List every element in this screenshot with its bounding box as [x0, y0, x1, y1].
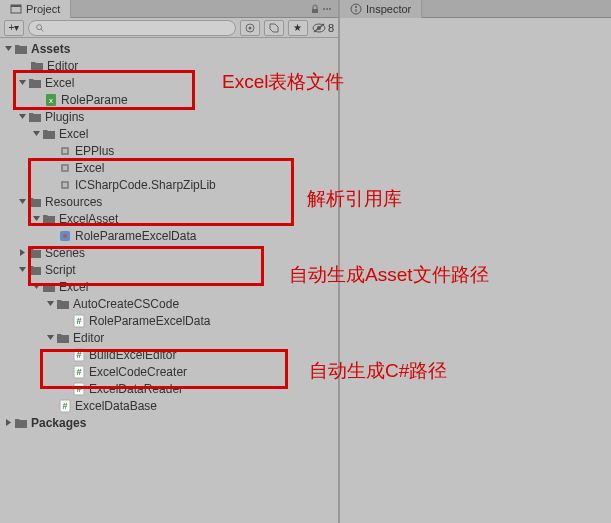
tree-item-excel-dll[interactable]: Excel [0, 159, 338, 176]
tree-item-excel-data-reader[interactable]: #ExcelDataReader [0, 380, 338, 397]
folder-open-icon [28, 263, 42, 277]
svg-rect-16 [63, 149, 67, 153]
expand-arrow[interactable] [16, 247, 28, 259]
tree-item-plugins[interactable]: Plugins [0, 108, 338, 125]
folder-icon [14, 416, 28, 430]
eye-off-icon [312, 23, 326, 33]
folder-icon [14, 42, 28, 56]
expand-arrow[interactable] [16, 196, 28, 208]
tree-item-script-excel[interactable]: Excel [0, 278, 338, 295]
project-icon [10, 3, 22, 15]
excel-file-icon: x [44, 93, 58, 107]
tree-item-excel-code-creater[interactable]: #ExcelCodeCreater [0, 363, 338, 380]
svg-point-4 [326, 8, 328, 10]
folder-open-icon [56, 331, 70, 345]
csharp-icon: # [72, 382, 86, 396]
expand-arrow[interactable] [16, 111, 28, 123]
tree-item-roleparame[interactable]: xRoleParame [0, 91, 338, 108]
csharp-icon: # [58, 399, 72, 413]
folder-open-icon [56, 297, 70, 311]
tree-item-excelasset[interactable]: ExcelAsset [0, 210, 338, 227]
tab-project[interactable]: Project [0, 0, 71, 18]
expand-arrow[interactable] [44, 332, 56, 344]
hidden-count[interactable]: 8 [312, 22, 334, 34]
folder-open-icon [42, 212, 56, 226]
tree-item-script[interactable]: Script [0, 261, 338, 278]
svg-point-3 [323, 8, 325, 10]
tree-item-plugins-excel[interactable]: Excel [0, 125, 338, 142]
svg-point-22 [63, 234, 67, 238]
tree-item-excel[interactable]: Excel [0, 74, 338, 91]
svg-point-9 [248, 26, 251, 29]
tree-item-editor[interactable]: Editor [0, 57, 338, 74]
tree-item-scenes[interactable]: Scenes [0, 244, 338, 261]
tab-inspector[interactable]: Inspector [340, 0, 422, 18]
expand-arrow[interactable] [16, 77, 28, 89]
svg-rect-2 [312, 9, 318, 13]
tree-item-build-excel-editor[interactable]: #BuildExcelEditor [0, 346, 338, 363]
filter-by-type-button[interactable] [240, 20, 260, 36]
tree-item-roleparame-cs[interactable]: #RoleParameExcelData [0, 312, 338, 329]
tree-item-editor2[interactable]: Editor [0, 329, 338, 346]
dll-icon [58, 144, 72, 158]
svg-rect-18 [63, 166, 67, 170]
project-toolbar: +▾ ★ 8 [0, 18, 338, 38]
csharp-icon: # [72, 314, 86, 328]
dll-icon [58, 161, 72, 175]
svg-point-34 [355, 6, 357, 8]
scriptable-object-icon [58, 229, 72, 243]
folder-open-icon [42, 127, 56, 141]
svg-rect-35 [356, 9, 357, 12]
expand-arrow[interactable] [30, 128, 42, 140]
project-tab-bar: Project [0, 0, 338, 18]
folder-open-icon [42, 280, 56, 294]
folder-open-icon [28, 110, 42, 124]
svg-text:#: # [62, 401, 67, 411]
folder-open-icon [28, 76, 42, 90]
folder-icon [30, 59, 44, 73]
search-icon [35, 23, 45, 33]
svg-text:#: # [76, 384, 81, 394]
csharp-icon: # [72, 348, 86, 362]
tree-item-autocreate[interactable]: AutoCreateCSCode [0, 295, 338, 312]
tree-item-packages[interactable]: Packages [0, 414, 338, 431]
tree-item-assets[interactable]: Assets [0, 40, 338, 57]
svg-point-5 [329, 8, 331, 10]
tab-menu[interactable] [304, 4, 338, 14]
hidden-count-label: 8 [328, 22, 334, 34]
svg-rect-1 [11, 5, 21, 7]
expand-arrow[interactable] [44, 298, 56, 310]
expand-arrow[interactable] [16, 264, 28, 276]
csharp-icon: # [72, 365, 86, 379]
tab-project-label: Project [26, 3, 60, 15]
dll-icon [58, 178, 72, 192]
project-tree: Assets Editor Excel xRoleParame Plugins … [0, 38, 338, 523]
svg-text:#: # [76, 367, 81, 377]
save-search-button[interactable]: ★ [288, 20, 308, 36]
expand-arrow[interactable] [2, 43, 14, 55]
folder-open-icon [28, 195, 42, 209]
lock-icon [310, 4, 320, 14]
folder-icon [28, 246, 42, 260]
svg-text:#: # [76, 350, 81, 360]
menu-icon [322, 4, 332, 14]
filter-by-label-button[interactable] [264, 20, 284, 36]
search-input[interactable] [28, 20, 236, 36]
expand-arrow[interactable] [2, 417, 14, 429]
svg-rect-20 [63, 183, 67, 187]
expand-arrow[interactable] [30, 281, 42, 293]
tab-inspector-label: Inspector [366, 3, 411, 15]
svg-text:#: # [76, 316, 81, 326]
create-button[interactable]: +▾ [4, 20, 24, 36]
tree-item-epplus[interactable]: EPPlus [0, 142, 338, 159]
inspector-content [340, 18, 611, 523]
inspector-tab-bar: Inspector [340, 0, 611, 18]
svg-text:x: x [49, 96, 53, 105]
tree-item-roleparame-asset[interactable]: RoleParameExcelData [0, 227, 338, 244]
svg-line-7 [41, 28, 44, 30]
inspector-icon [350, 3, 362, 15]
tree-item-resources[interactable]: Resources [0, 193, 338, 210]
tree-item-icsharp[interactable]: ICSharpCode.SharpZipLib [0, 176, 338, 193]
tree-item-excel-data-base[interactable]: #ExcelDataBase [0, 397, 338, 414]
expand-arrow[interactable] [30, 213, 42, 225]
